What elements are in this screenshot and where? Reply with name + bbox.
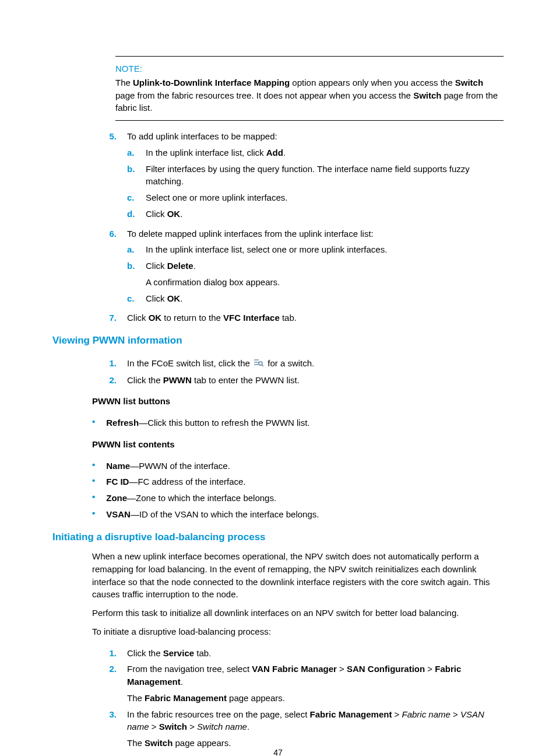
bullet-name: • Name—PWWN of the interface. xyxy=(52,460,504,473)
pwwn-step-1: 1. In the FCoE switch list, click the xyxy=(52,357,504,370)
heading-viewing-pwwn: Viewing PWWN information xyxy=(52,334,504,348)
load-steps-list: 1. Click the Service tab. 2. From the na… xyxy=(52,647,504,750)
pwwn-contents-list: • Name—PWWN of the interface. • FC ID—FC… xyxy=(52,460,504,521)
pwwn-contents-header: PWWN list contents xyxy=(92,438,504,451)
step-6: 6. To delete mapped uplink interfaces fr… xyxy=(52,228,504,309)
load-step-2-result: The Fabric Management page appears. xyxy=(127,692,504,705)
substep-6c: c. Click OK. xyxy=(127,292,504,305)
substep-5d: d. Click OK. xyxy=(127,208,504,220)
pwwn-steps-list: 1. In the FCoE switch list, click the xyxy=(52,357,504,387)
step-6-substeps: a. In the uplink interface list, select … xyxy=(127,243,504,304)
note-label: NOTE: xyxy=(115,62,504,75)
bullet-vsan: • VSAN—ID of the VSAN to which the inter… xyxy=(52,508,504,521)
svg-point-3 xyxy=(259,362,262,365)
note-block: NOTE: The Uplink-to-Downlink Interface M… xyxy=(115,56,504,121)
load-step-1: 1. Click the Service tab. xyxy=(52,647,504,660)
load-paragraph-1: When a new uplink interface becomes oper… xyxy=(92,550,504,601)
step-text: To delete mapped uplink interfaces from … xyxy=(127,229,374,239)
load-paragraph-3: To initiate a disruptive load-balancing … xyxy=(92,625,504,638)
page-number: 47 xyxy=(0,747,556,756)
note-body: The Uplink-to-Downlink Interface Mapping… xyxy=(115,76,504,114)
pwwn-buttons-header: PWWN list buttons xyxy=(92,395,504,408)
load-step-2: 2. From the navigation tree, select VAN … xyxy=(52,663,504,704)
heading-load-balancing: Initiating a disruptive load-balancing p… xyxy=(52,530,504,545)
main-steps-list: 5. To add uplink interfaces to be mapped… xyxy=(52,130,504,324)
bullet-icon: • xyxy=(52,460,106,470)
step-number: 7. xyxy=(52,312,127,324)
bullet-refresh: • Refresh—Click this button to refresh t… xyxy=(52,416,504,429)
step-text: To add uplink interfaces to be mapped: xyxy=(127,131,277,141)
step-7: 7. Click OK to return to the VFC Interfa… xyxy=(52,312,504,324)
confirmation-note: A confirmation dialog box appears. xyxy=(146,276,504,289)
step-number: 6. xyxy=(52,228,127,240)
bullet-icon: • xyxy=(52,492,106,502)
step-number: 5. xyxy=(52,130,127,143)
page-container: NOTE: The Uplink-to-Downlink Interface M… xyxy=(0,0,556,756)
load-paragraph-2: Perform this task to initialize all down… xyxy=(92,607,504,620)
bullet-icon: • xyxy=(52,475,106,486)
step-5: 5. To add uplink interfaces to be mapped… xyxy=(52,130,504,224)
substep-5a: a. In the uplink interface list, click A… xyxy=(127,146,504,159)
pwwn-step-2: 2. Click the PWWN tab to enter the PWWN … xyxy=(52,374,504,387)
load-step-3: 3. In the fabric resources tree on the p… xyxy=(52,708,504,750)
bullet-icon: • xyxy=(52,416,106,427)
bullet-fcid: • FC ID—FC address of the interface. xyxy=(52,475,504,488)
step-5-substeps: a. In the uplink interface list, click A… xyxy=(127,146,504,220)
search-list-icon xyxy=(254,358,264,370)
substep-6a: a. In the uplink interface list, select … xyxy=(127,243,504,256)
svg-line-4 xyxy=(262,365,263,366)
substep-5b: b. Filter interfaces by using the query … xyxy=(127,163,504,188)
bullet-zone: • Zone—Zone to which the interface belon… xyxy=(52,492,504,505)
substep-5c: c. Select one or more uplink interfaces. xyxy=(127,191,504,204)
pwwn-buttons-list: • Refresh—Click this button to refresh t… xyxy=(52,416,504,429)
substep-6b: b. Click Delete. A confirmation dialog b… xyxy=(127,260,504,289)
bullet-icon: • xyxy=(52,508,106,519)
